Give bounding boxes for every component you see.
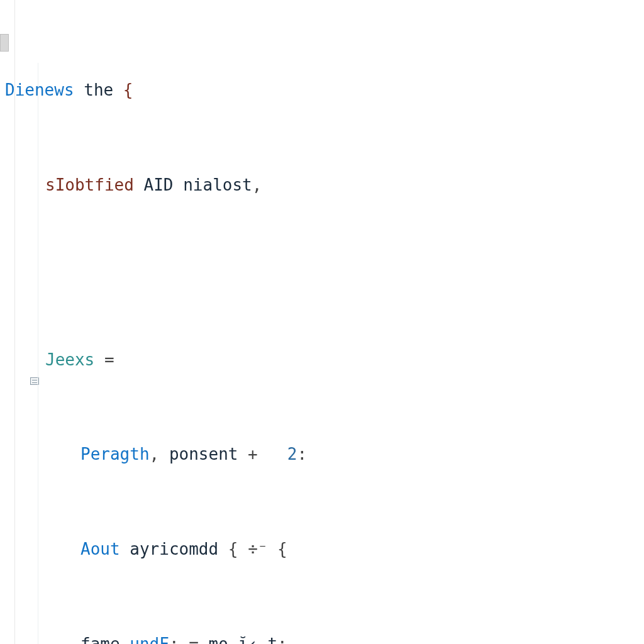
code-line: Aout ayricomdd { ÷⁻ { — [0, 538, 636, 562]
code-line: Dienews the { — [0, 79, 636, 103]
code-line: fame undF: = mo-ĭ‹ t: — [0, 633, 636, 644]
code-editor[interactable]: Dienews the { sIobtfied AID nialost, Jee… — [0, 8, 636, 644]
token-keyword: Dienews — [5, 80, 74, 99]
code-line: Peragth, ponsent + 2: — [0, 443, 636, 467]
code-line: sIobtfied AID nialost, — [0, 174, 636, 197]
code-line: Jeexs = — [0, 348, 636, 372]
